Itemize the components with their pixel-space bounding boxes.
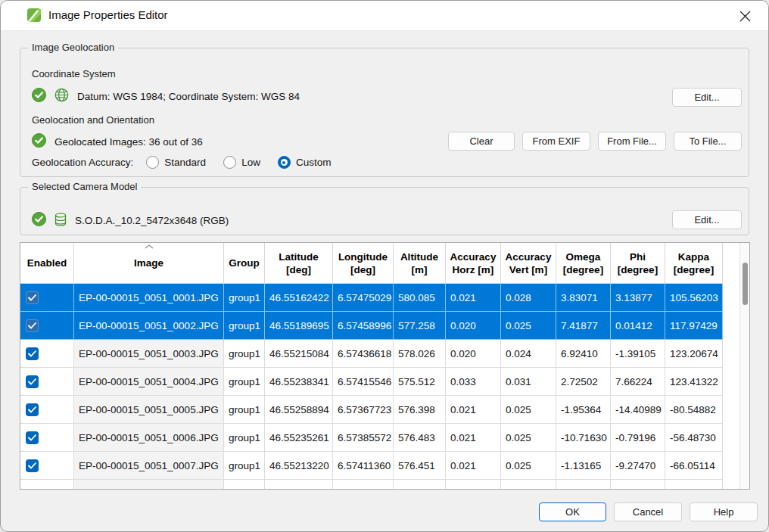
edit-coordinate-system-button[interactable]: Edit...: [672, 88, 742, 107]
vertical-scrollbar-track[interactable]: [739, 243, 749, 489]
cell-acc_v[interactable]: 0.028: [501, 284, 556, 312]
cell-omega[interactable]: 3.83071: [556, 284, 611, 312]
table-row[interactable]: EP-00-00015_0051_0007.JPGgroup146.552132…: [20, 452, 740, 480]
radio-standard[interactable]: Standard: [146, 156, 206, 169]
cell-lon[interactable]: 6.57475029: [333, 284, 394, 312]
clear-button[interactable]: Clear: [448, 132, 515, 151]
cell-omega[interactable]: -10.71630: [556, 424, 611, 452]
radio-low-circle[interactable]: [223, 156, 236, 169]
cell-lon[interactable]: 6.57458996: [333, 312, 394, 340]
cell-kappa[interactable]: 123.41322: [665, 368, 723, 396]
cell-image[interactable]: EP-00-00015_0051_0003.JPG: [74, 340, 224, 368]
enabled-checkbox[interactable]: [26, 375, 39, 388]
cell-phi[interactable]: -1.39105: [611, 340, 665, 368]
cell-acc_v[interactable]: 0.024: [501, 340, 556, 368]
column-header-alt[interactable]: Altitude [m]: [394, 243, 446, 284]
cell-group[interactable]: group1: [224, 284, 265, 312]
cell-enabled[interactable]: [20, 396, 74, 424]
table-row[interactable]: EP-00-00015_0051_0001.JPGgroup146.551624…: [20, 284, 740, 312]
cell-lon[interactable]: 6.57415546: [333, 368, 394, 396]
cancel-button[interactable]: Cancel: [614, 502, 682, 521]
cell-lat[interactable]: 46.55189695: [265, 312, 333, 340]
from-exif-button[interactable]: From EXIF: [522, 132, 590, 151]
cell-alt[interactable]: 577.258: [394, 312, 446, 340]
cell-acc_v[interactable]: 0.031: [501, 368, 556, 396]
cell-group[interactable]: group1: [224, 396, 265, 424]
cell-kappa[interactable]: -56.48730: [665, 424, 723, 452]
cell-omega[interactable]: 2.72502: [556, 368, 611, 396]
cell-image[interactable]: EP-00-00015_0051_0002.JPG: [74, 312, 224, 340]
radio-low[interactable]: Low: [223, 156, 260, 169]
cell-lat[interactable]: 46.55213220: [265, 452, 333, 480]
cell-image[interactable]: EP-00-00015_0051_0004.JPG: [74, 368, 224, 396]
cell-omega[interactable]: -1.95364: [556, 396, 611, 424]
cell-acc_v[interactable]: 0.025: [501, 312, 556, 340]
table-row[interactable]: EP-00-00015_0051_0005.JPGgroup146.552588…: [20, 396, 740, 424]
cell-alt[interactable]: 576.483: [394, 424, 446, 452]
ok-button[interactable]: OK: [539, 502, 606, 521]
cell-image[interactable]: EP-00-00015_0051_0007.JPG: [74, 452, 224, 480]
cell-phi[interactable]: -9.27470: [611, 452, 665, 480]
cell-phi[interactable]: 3.13877: [611, 284, 665, 312]
column-header-omega[interactable]: Omega [degree]: [556, 243, 611, 284]
cell-acc_h[interactable]: 0.020: [446, 340, 501, 368]
cell-acc_h[interactable]: 0.020: [446, 312, 501, 340]
table-row[interactable]: EP-00-00015_0051_0004.JPGgroup146.552383…: [20, 368, 740, 396]
cell-lat[interactable]: 46.55162422: [265, 284, 333, 312]
column-header-image[interactable]: Image: [74, 243, 224, 284]
radio-custom-circle[interactable]: [278, 156, 291, 169]
cell-acc_v[interactable]: 0.025: [501, 396, 556, 424]
cell-lat[interactable]: 46.55235261: [265, 424, 333, 452]
table-row[interactable]: EP-00-00015_0051_0006.JPGgroup146.552352…: [20, 424, 740, 452]
help-button[interactable]: Help: [690, 502, 758, 521]
cell-omega[interactable]: -1.13165: [556, 452, 611, 480]
column-header-lat[interactable]: Latitude [deg]: [265, 243, 333, 284]
cell-group[interactable]: group1: [224, 340, 265, 368]
column-header-kappa[interactable]: Kappa [degree]: [665, 243, 723, 284]
cell-lon[interactable]: 6.57411360: [333, 452, 394, 480]
column-header-acc_v[interactable]: Accuracy Vert [m]: [501, 243, 556, 284]
cell-enabled[interactable]: [20, 424, 74, 452]
cell-image[interactable]: EP-00-00015_0051_0005.JPG: [74, 396, 224, 424]
cell-enabled[interactable]: [20, 312, 74, 340]
cell-omega[interactable]: 7.41877: [556, 312, 611, 340]
radio-custom[interactable]: Custom: [278, 156, 332, 169]
close-icon[interactable]: [732, 5, 758, 26]
column-header-group[interactable]: Group: [224, 243, 265, 284]
table-row[interactable]: EP-00-00015_0051_0002.JPGgroup146.551896…: [20, 312, 740, 340]
cell-alt[interactable]: 575.512: [394, 368, 446, 396]
cell-alt[interactable]: 580.085: [394, 284, 446, 312]
cell-image[interactable]: EP-00-00015_0051_0006.JPG: [74, 424, 224, 452]
from-file-button[interactable]: From File...: [598, 132, 666, 151]
cell-phi[interactable]: 0.01412: [611, 312, 665, 340]
cell-group[interactable]: group1: [224, 424, 265, 452]
cell-image[interactable]: EP-00-00015_0051_0001.JPG: [74, 284, 224, 312]
cell-lon[interactable]: 6.57367723: [333, 396, 394, 424]
cell-lon[interactable]: 6.57436618: [333, 340, 394, 368]
cell-kappa[interactable]: 117.97429: [665, 312, 723, 340]
cell-kappa[interactable]: 105.56203: [665, 284, 723, 312]
cell-enabled[interactable]: [20, 368, 74, 396]
cell-phi[interactable]: -0.79196: [611, 424, 665, 452]
cell-enabled[interactable]: [20, 452, 74, 480]
cell-alt[interactable]: 576.398: [394, 396, 446, 424]
cell-group[interactable]: group1: [224, 452, 265, 480]
cell-kappa[interactable]: -66.05114: [665, 452, 723, 480]
cell-alt[interactable]: 578.026: [394, 340, 446, 368]
enabled-checkbox[interactable]: [26, 431, 39, 444]
enabled-checkbox[interactable]: [26, 347, 39, 360]
column-header-lon[interactable]: Longitude [deg]: [333, 243, 394, 284]
cell-acc_h[interactable]: 0.021: [446, 452, 501, 480]
cell-lat[interactable]: 46.55258894: [265, 396, 333, 424]
cell-enabled[interactable]: [20, 340, 74, 368]
cell-acc_h[interactable]: 0.033: [446, 368, 501, 396]
column-header-enabled[interactable]: Enabled: [20, 243, 74, 284]
enabled-checkbox[interactable]: [26, 459, 39, 472]
cell-lon[interactable]: 6.57385572: [333, 424, 394, 452]
column-header-phi[interactable]: Phi [degree]: [611, 243, 665, 284]
column-header-acc_h[interactable]: Accuracy Horz [m]: [446, 243, 501, 284]
cell-group[interactable]: group1: [224, 312, 265, 340]
edit-camera-model-button[interactable]: Edit...: [672, 210, 742, 229]
cell-acc_h[interactable]: 0.021: [446, 424, 501, 452]
cell-alt[interactable]: 576.451: [394, 452, 446, 480]
